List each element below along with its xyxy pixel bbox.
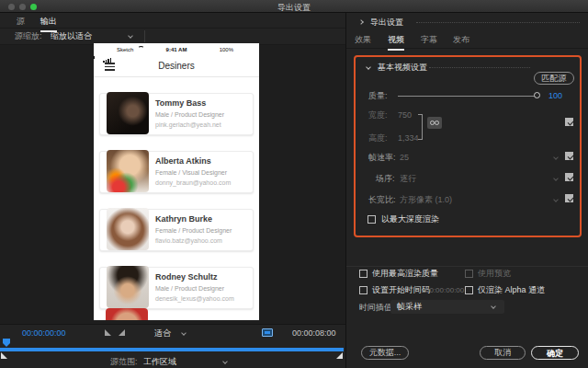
zoom-level-dropdown[interactable]: 适合	[154, 328, 171, 339]
highlight-annotation-box: 基本视频设置 匹配源 质量: 100 宽度: 750 高度: 1,334 帧速率…	[354, 55, 582, 237]
transport-bar: 00:00:00:00 适合 00:00:08:00	[0, 324, 345, 340]
battery-percent: 100%	[220, 46, 233, 53]
set-start-timecode-checkbox[interactable]	[359, 286, 368, 294]
contact-email: flavio.batz@yahoo.com	[155, 237, 222, 244]
contact-meta: Male / Product Designer	[155, 285, 224, 292]
ok-button[interactable]: 确定	[531, 346, 579, 360]
tab-publish[interactable]: 发布	[453, 34, 469, 49]
chevron-down-icon[interactable]	[553, 155, 559, 160]
contact-card: Kathryn Burke Female / Product Designer …	[99, 209, 254, 251]
framerate-dropdown[interactable]: 25	[400, 153, 409, 163]
current-timecode[interactable]: 00:00:00:00	[22, 328, 66, 339]
chevron-down-icon[interactable]	[553, 197, 559, 202]
max-render-quality-checkbox[interactable]	[359, 270, 368, 278]
quality-label: 质量:	[368, 91, 388, 101]
time-interpolation-dropdown[interactable]: 帧采样	[390, 300, 504, 314]
framerate-checkbox[interactable]	[565, 152, 573, 160]
set-start-timecode-label: 设置开始时间码	[372, 285, 430, 295]
width-value: 750	[398, 110, 412, 121]
playhead-marker[interactable]	[3, 339, 10, 347]
match-source-button[interactable]: 匹配源	[534, 72, 574, 85]
set-in-point-icon[interactable]	[105, 329, 111, 336]
max-depth-label: 以最大深度渲染	[381, 214, 439, 224]
height-value: 1,334	[398, 133, 419, 144]
section-divider	[346, 266, 588, 267]
set-out-point-icon[interactable]	[119, 329, 125, 336]
contact-meta: Female / Visual Designer	[155, 169, 227, 176]
source-scaling-label: 源缩放:	[15, 31, 42, 41]
use-previews-checkbox[interactable]	[465, 270, 473, 278]
aspect-dropdown[interactable]: 方形像素 (1.0)	[400, 195, 452, 205]
time-interpolation-label: 时间插值:	[359, 303, 395, 313]
time-interpolation-value: 帧采样	[397, 302, 422, 312]
source-scaling-dropdown[interactable]: 缩放以适合	[51, 31, 92, 41]
basic-video-settings-title: 基本视频设置	[378, 63, 427, 73]
source-range-label: 源范围:	[110, 357, 138, 367]
contact-email: denesik_lexus@yahoo.com	[155, 295, 234, 302]
contact-email: pink.gerlach@yeah.net	[155, 121, 221, 128]
status-time: 9:41 AM	[94, 46, 259, 53]
link-dimensions-icon[interactable]	[427, 117, 442, 129]
max-render-quality-label: 使用最高渲染质量	[372, 269, 438, 279]
dimensions-checkbox[interactable]	[565, 118, 573, 126]
preview-area: Sketch 9:41 AM 100% Desiners Tommy Bass …	[0, 44, 345, 324]
chevron-down-icon[interactable]	[553, 176, 559, 181]
use-previews-label: 使用预览	[478, 269, 511, 279]
chevron-right-icon[interactable]	[358, 19, 364, 25]
quality-slider-handle[interactable]	[534, 92, 540, 98]
contact-meta: Female / Product Designer	[155, 227, 232, 234]
max-depth-checkbox[interactable]	[368, 215, 376, 224]
aspect-preview-icon[interactable]	[262, 328, 273, 337]
chevron-down-icon[interactable]	[366, 64, 371, 70]
contact-card: Alberta Atkins Female / Visual Designer …	[99, 151, 254, 193]
panel-header: 导出设置	[370, 17, 403, 28]
alpha-only-label: 仅渲染 Alpha 通道	[478, 285, 545, 295]
tab-effects[interactable]: 效果	[355, 34, 371, 49]
alpha-only-checkbox[interactable]	[465, 286, 473, 294]
export-settings-window: 导出设置 源 输出 源缩放: 缩放以适合 Sketch 9:41 AM 100%	[0, 0, 588, 368]
tab-captions[interactable]: 字幕	[421, 34, 437, 49]
quality-slider-track[interactable]	[398, 96, 536, 97]
avatar	[107, 266, 149, 308]
framerate-label: 帧速率:	[368, 153, 396, 163]
contact-name: Alberta Atkins	[155, 156, 211, 166]
header-rule	[416, 22, 580, 23]
contact-name: Kathryn Burke	[155, 214, 212, 224]
source-scaling-row: 源缩放: 缩放以适合	[0, 29, 345, 44]
timeline-bar[interactable]	[0, 348, 344, 351]
duration-timecode: 00:00:08:00	[292, 328, 336, 339]
phone-preview: Sketch 9:41 AM 100% Desiners Tommy Bass …	[94, 43, 259, 320]
link-bracket	[418, 114, 423, 140]
avatar	[107, 92, 149, 134]
tabbar-rule	[346, 48, 588, 49]
phone-nav-title: Desiners	[94, 61, 259, 71]
source-output-tabbar: 源 输出	[0, 13, 345, 29]
field-order-label: 场序:	[376, 174, 395, 184]
chevron-down-icon[interactable]	[222, 359, 228, 364]
aspect-label: 长宽比:	[368, 195, 396, 205]
aspect-checkbox[interactable]	[565, 194, 573, 202]
source-range-dropdown[interactable]: 工作区域	[143, 357, 176, 367]
avatar	[106, 308, 148, 320]
quality-value[interactable]: 100	[548, 91, 562, 101]
contact-card: Rodney Schultz Male / Product Designer d…	[99, 267, 254, 309]
toolbar-divider	[144, 30, 145, 42]
cancel-button[interactable]: 取消	[480, 346, 526, 360]
start-timecode-value: 00:00:00:00	[425, 286, 464, 295]
height-label: 高度:	[368, 133, 388, 144]
field-order-dropdown[interactable]: 逐行	[400, 174, 416, 184]
phone-nav-bar: Desiners	[94, 55, 259, 77]
section-rule	[429, 67, 530, 68]
chevron-down-icon	[491, 304, 496, 309]
contact-name: Tommy Bass	[155, 98, 206, 108]
avatar	[107, 150, 149, 192]
export-settings-panel: 导出设置 效果 视频 字幕 发布 基本视频设置 匹配源 质量: 100 宽度: …	[345, 13, 588, 368]
contact-card: Tommy Bass Male / Product Designer pink.…	[99, 93, 254, 135]
phone-status-bar: Sketch 9:41 AM 100%	[94, 43, 259, 55]
width-label: 宽度:	[368, 110, 388, 121]
metadata-button[interactable]: 元数据...	[361, 346, 409, 360]
chevron-down-icon[interactable]	[128, 33, 133, 39]
chevron-down-icon[interactable]	[181, 330, 187, 336]
field-order-checkbox[interactable]	[565, 173, 573, 181]
contact-meta: Male / Product Designer	[155, 111, 224, 118]
